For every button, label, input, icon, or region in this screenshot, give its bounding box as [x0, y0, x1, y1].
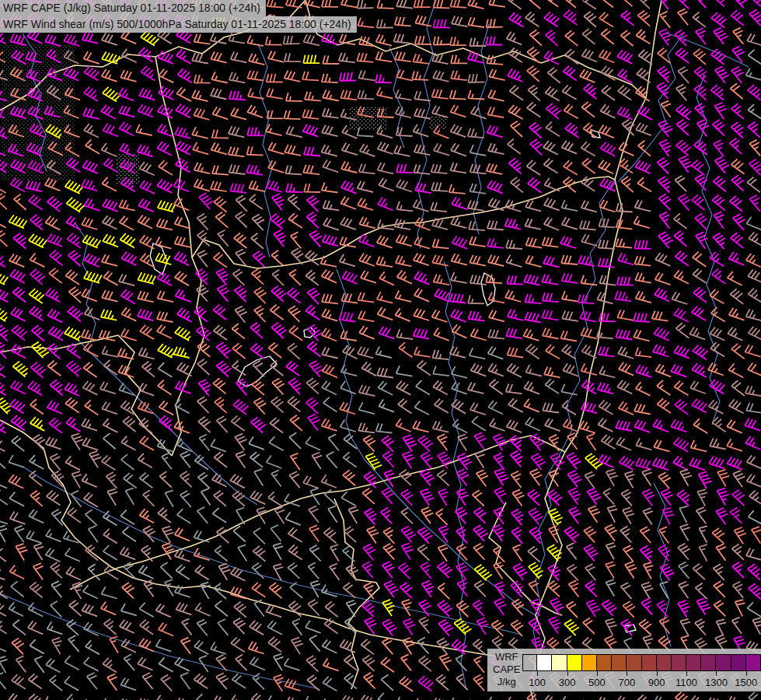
- legend-color-swatch: [611, 654, 627, 671]
- legend-color-swatch: [581, 654, 597, 671]
- legend-label-line2: CAPE: [493, 663, 520, 676]
- legend-tick-mark: [657, 671, 658, 676]
- legend-tick-mark: [746, 671, 747, 676]
- legend-label: WRF CAPE J/kg: [493, 651, 520, 688]
- legend-color-swatch: [626, 654, 641, 671]
- legend-color-swatch: [686, 654, 701, 671]
- legend-color-swatch: [745, 654, 761, 671]
- title-panel: WRF CAPE (J/kg) Saturday 01-11-2025 18:0…: [0, 0, 357, 33]
- legend-tick-mark: [686, 671, 687, 676]
- legend-color-swatch: [700, 654, 716, 671]
- legend-color-swatch: [715, 654, 731, 671]
- map-canvas: [0, 0, 761, 700]
- legend-tick-mark: [716, 671, 717, 676]
- legend-panel: WRF CAPE J/kg 10030050070090011001300150…: [487, 649, 761, 691]
- legend-color-swatch: [596, 654, 612, 671]
- legend-color-swatch: [567, 654, 582, 671]
- legend-tick-mark: [627, 671, 627, 676]
- legend-color-swatch: [731, 654, 746, 671]
- legend-tick-mark: [567, 671, 568, 676]
- legend-label-line3: J/kg: [493, 676, 520, 688]
- legend-tick-mark: [537, 671, 538, 676]
- legend-color-swatch: [551, 654, 567, 671]
- legend-tick-label: 1500: [729, 677, 761, 688]
- legend-color-swatch: [671, 654, 686, 671]
- legend-label-line1: WRF: [493, 651, 520, 663]
- map-title-shear: WRF Wind shear (m/s) 500/1000hPa Saturda…: [0, 16, 357, 33]
- legend-color-scale: [522, 654, 761, 671]
- legend-color-swatch: [641, 654, 657, 671]
- map-title-cape: WRF CAPE (J/kg) Saturday 01-11-2025 18:0…: [0, 0, 266, 16]
- wrf-weather-map: WRF CAPE (J/kg) Saturday 01-11-2025 18:0…: [0, 0, 761, 700]
- legend-color-swatch: [656, 654, 672, 671]
- legend-tick-mark: [597, 671, 598, 676]
- legend-color-swatch: [536, 654, 552, 671]
- legend-color-swatch: [522, 654, 538, 671]
